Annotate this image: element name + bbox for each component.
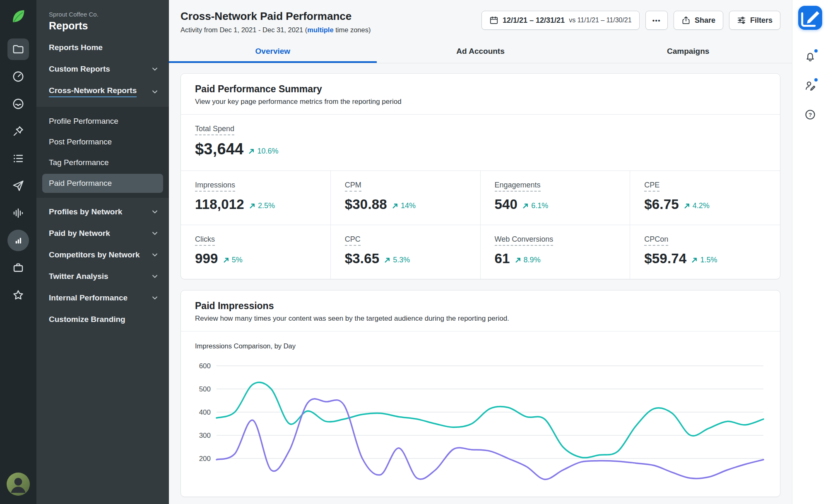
user-avatar[interactable] [7,473,30,496]
compose-button[interactable] [798,6,822,30]
dashboard-gauge-icon[interactable] [7,66,29,87]
compose-icon [798,6,822,30]
filters-button[interactable]: Filters [729,11,780,30]
metric-label[interactable]: Engagements [495,181,541,192]
metric-label[interactable]: CPM [345,181,361,192]
metric-label[interactable]: CPE [644,181,660,192]
sidebar-item-reports-home[interactable]: Reports Home [36,37,169,58]
sidebar-item-profile-performance[interactable]: Profile Performance [36,111,169,132]
metric-delta: 2.5% [249,202,275,210]
paid-performance-summary-card: Paid Performance Summary View your key p… [181,73,780,279]
inbox-circle-icon[interactable] [7,93,29,115]
filters-icon [737,16,746,25]
metric-value: 61 [495,251,510,266]
metric-value: $59.74 [644,251,686,266]
sidebar-item-custom-reports[interactable]: Custom Reports [36,58,169,80]
nav-label: Paid Performance [49,179,112,188]
app-icon-rail [0,0,36,504]
sidebar-item-cross-network-reports[interactable]: Cross-Network Reports [36,80,169,103]
y-axis-tick-label: 400 [199,408,211,416]
report-tabs: Overview Ad Accounts Campaigns [169,40,792,63]
bar-chart-icon[interactable] [7,230,29,251]
y-axis-tick-label: 600 [199,362,211,370]
notifications-button[interactable] [802,48,819,65]
metric-delta: 10.6% [248,147,278,156]
metric-label[interactable]: Impressions [195,181,235,192]
more-options-button[interactable]: ••• [645,11,668,30]
nav-label: Cross-Network Reports [49,86,137,97]
notification-dot [814,48,818,53]
nav-label: Profiles by Network [49,207,122,216]
metric-cpc: CPC $3.65 5.3% [331,225,481,279]
metric-label[interactable]: CPC [345,235,361,246]
tab-campaigns[interactable]: Campaigns [584,40,792,63]
metric-value: $3,644 [195,140,243,158]
line-chart-svg: 200300400500600 [195,360,766,497]
filters-label: Filters [750,16,773,25]
nav-label: Paid by Network [49,229,110,238]
reports-folder-icon[interactable] [7,38,29,60]
chevron-down-icon [151,65,159,73]
metric-label[interactable]: CPCon [644,235,668,246]
date-range-button[interactable]: 12/1/21 – 12/31/21 vs 11/1/21 – 11/30/21 [481,11,640,30]
chart-series-1 [217,399,763,480]
pin-icon[interactable] [7,120,29,142]
sidebar-item-paid-by-network[interactable]: Paid by Network [36,223,169,244]
paid-impressions-card: Paid Impressions Review how many times y… [181,290,780,497]
metric-delta: 6.1% [522,202,548,210]
timezones-link[interactable]: multiple [307,26,333,34]
sidebar-item-competitors-by-network[interactable]: Competitors by Network [36,244,169,266]
report-content: Paid Performance Summary View your key p… [169,63,792,504]
impressions-line-chart[interactable]: 200300400500600 [195,360,766,497]
impressions-card-header: Paid Impressions Review how many times y… [181,290,780,331]
help-button[interactable]: ? [802,106,819,123]
notification-dot [814,77,818,82]
briefcase-icon[interactable] [7,257,29,278]
svg-text:?: ? [809,112,812,118]
metric-clicks: Clicks 999 5% [181,225,331,279]
page-header-left: Cross-Network Paid Performance Activity … [181,10,371,34]
main-content: Cross-Network Paid Performance Activity … [169,0,792,504]
nav-label: Tag Performance [49,158,109,167]
sidebar-item-post-performance[interactable]: Post Performance [36,132,169,152]
metric-engagements: Engagements 540 6.1% [481,171,631,225]
card-subtitle: View your key page performance metrics f… [195,98,766,106]
metric-delta: 14% [392,202,416,210]
sidebar-item-paid-performance[interactable]: Paid Performance [42,174,163,193]
star-icon[interactable] [7,284,29,306]
share-button[interactable]: Share [674,11,723,30]
metric-label[interactable]: Web Conversions [495,235,554,246]
sidebar-item-internal-performance[interactable]: Internal Performance [36,287,169,309]
trend-up-icon [248,148,255,154]
chevron-down-icon [151,272,159,281]
sidebar-item-customize-branding[interactable]: Customize Branding [36,309,169,330]
sidebar-item-twitter-analysis[interactable]: Twitter Analysis [36,266,169,287]
metric-delta: 4.2% [684,202,710,210]
metric-grid: Impressions 118,012 2.5% CPM $30.88 14% … [181,171,780,279]
nav-label: Custom Reports [49,65,110,74]
metric-value: $30.88 [345,197,387,212]
tab-ad-accounts[interactable]: Ad Accounts [377,40,585,63]
waveform-icon[interactable] [7,202,29,224]
nav-label: Twitter Analysis [49,272,108,281]
page-subtitle: Activity from Dec 1, 2021 - Dec 31, 2021… [181,26,371,34]
card-title: Paid Impressions [195,300,766,312]
tasks-button[interactable] [802,77,819,94]
metric-delta: 5.3% [384,256,410,264]
sidebar-item-tag-performance[interactable]: Tag Performance [36,152,169,173]
metric-label[interactable]: Clicks [195,235,215,246]
metric-cpcon: CPCon $59.74 1.5% [630,225,780,279]
sprout-logo-icon[interactable] [9,7,28,26]
share-label: Share [695,16,715,25]
chevron-down-icon [151,208,159,216]
date-compare-text: vs 11/1/21 – 11/30/21 [569,17,632,24]
nav-label: Reports Home [49,43,103,52]
chevron-down-icon [151,251,159,259]
tab-overview[interactable]: Overview [169,40,377,63]
paper-plane-icon[interactable] [7,175,29,197]
impressions-card-body: Impressions Comparison, by Day 200300400… [181,331,780,497]
sidebar-item-profiles-by-network[interactable]: Profiles by Network [36,201,169,223]
subtitle-text: time zones) [334,26,371,34]
list-icon[interactable] [7,148,29,169]
metric-label[interactable]: Total Spend [195,125,234,135]
